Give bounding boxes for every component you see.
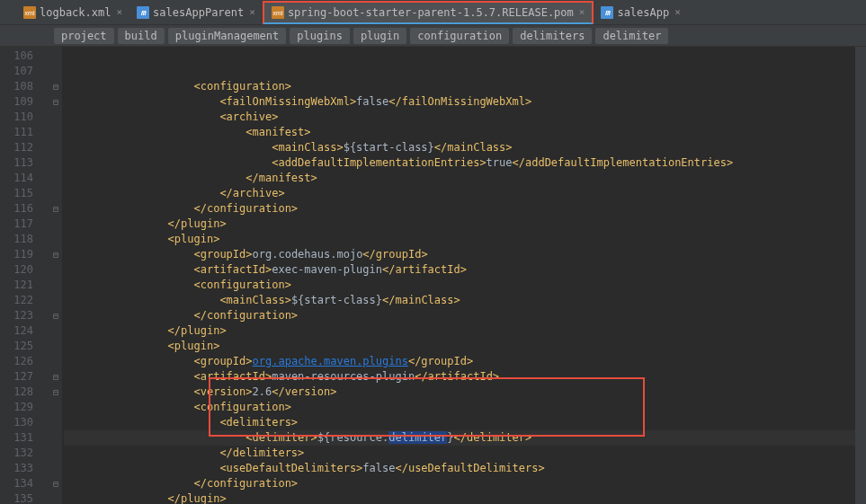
tab-label: salesAppParent bbox=[153, 6, 244, 19]
code-line[interactable]: </plugin> bbox=[64, 491, 855, 504]
code-line[interactable]: </configuration> bbox=[64, 476, 855, 491]
line-number: 129 bbox=[0, 400, 33, 415]
close-icon[interactable]: × bbox=[249, 6, 255, 18]
fold-marker[interactable] bbox=[49, 415, 62, 430]
close-icon[interactable]: × bbox=[116, 6, 122, 18]
line-number: 130 bbox=[0, 415, 33, 430]
fold-marker[interactable]: ⊟ bbox=[49, 476, 62, 491]
code-line[interactable]: <configuration> bbox=[64, 278, 855, 293]
tab-spring-boot-pom[interactable]: xml spring-boot-starter-parent-1.5.7.REL… bbox=[263, 1, 594, 24]
line-number: 116 bbox=[0, 201, 33, 217]
fold-marker[interactable] bbox=[49, 262, 62, 278]
line-number: 114 bbox=[0, 171, 33, 186]
code-line[interactable]: <artifactId>exec-maven-plugin</artifactI… bbox=[64, 262, 855, 278]
code-line[interactable]: <archive> bbox=[64, 110, 855, 125]
fold-marker[interactable] bbox=[49, 293, 62, 308]
tab-salesappparent[interactable]: m salesAppParent × bbox=[129, 1, 263, 24]
code-line[interactable]: <manifest> bbox=[64, 125, 855, 140]
code-line[interactable]: <failOnMissingWebXml>false</failOnMissin… bbox=[64, 94, 855, 110]
fold-marker[interactable] bbox=[49, 140, 62, 155]
fold-marker[interactable] bbox=[49, 64, 62, 79]
maven-file-icon: m bbox=[137, 6, 149, 19]
code-line[interactable]: <configuration> bbox=[64, 400, 855, 415]
code-line[interactable]: <configuration> bbox=[64, 79, 855, 94]
svg-text:xml: xml bbox=[272, 10, 282, 16]
fold-marker[interactable] bbox=[49, 461, 62, 476]
fold-gutter: ⊟⊟⊟⊟⊟⊟⊟⊟ bbox=[49, 47, 62, 504]
line-number: 124 bbox=[0, 323, 33, 339]
code-line[interactable]: </configuration> bbox=[64, 308, 855, 323]
tab-salesapp[interactable]: m salesApp × bbox=[594, 1, 687, 24]
fold-marker[interactable] bbox=[49, 186, 62, 201]
line-number: 134 bbox=[0, 476, 33, 491]
fold-marker[interactable]: ⊟ bbox=[49, 201, 62, 217]
fold-marker[interactable]: ⊟ bbox=[49, 247, 62, 262]
code-line[interactable]: <groupId>org.codehaus.mojo</groupId> bbox=[64, 247, 855, 262]
editor-tabs: xml logback.xml × m salesAppParent × xml… bbox=[0, 0, 866, 25]
code-line[interactable]: </manifest> bbox=[64, 171, 855, 186]
fold-marker[interactable] bbox=[49, 354, 62, 369]
crumb-build[interactable]: build bbox=[118, 28, 165, 44]
line-number-gutter: 1061071081091101111121131141151161171181… bbox=[0, 47, 49, 504]
tab-label: logback.xml bbox=[40, 6, 111, 19]
line-number: 118 bbox=[0, 232, 33, 247]
line-number: 110 bbox=[0, 110, 33, 125]
crumb-project[interactable]: project bbox=[54, 28, 114, 44]
code-line[interactable]: <delimiter>${resource.delimiter}</delimi… bbox=[64, 430, 855, 446]
fold-marker[interactable] bbox=[49, 125, 62, 140]
fold-marker[interactable] bbox=[49, 400, 62, 415]
crumb-delimiter[interactable]: delimiter bbox=[595, 28, 668, 44]
fold-marker[interactable]: ⊟ bbox=[49, 385, 62, 400]
fold-marker[interactable]: ⊟ bbox=[49, 94, 62, 110]
fold-marker[interactable] bbox=[49, 339, 62, 354]
fold-marker[interactable] bbox=[49, 110, 62, 125]
code-line[interactable]: <artifactId>maven-resources-plugin</arti… bbox=[64, 369, 855, 385]
svg-text:xml: xml bbox=[25, 10, 35, 16]
fold-marker[interactable] bbox=[49, 217, 62, 232]
code-line[interactable]: </configuration> bbox=[64, 201, 855, 217]
line-number: 135 bbox=[0, 491, 33, 504]
code-line[interactable]: </archive> bbox=[64, 186, 855, 201]
crumb-plugin[interactable]: plugin bbox=[353, 28, 406, 44]
code-line[interactable]: <version>2.6</version> bbox=[64, 385, 855, 400]
line-number: 111 bbox=[0, 125, 33, 140]
crumb-plugins[interactable]: plugins bbox=[290, 28, 350, 44]
fold-marker[interactable]: ⊟ bbox=[49, 308, 62, 323]
vertical-scrollbar[interactable] bbox=[855, 47, 866, 504]
code-line[interactable]: <mainClass>${start-class}</mainClass> bbox=[64, 293, 855, 308]
code-line[interactable]: </plugin> bbox=[64, 323, 855, 339]
line-number: 107 bbox=[0, 64, 33, 79]
code-line[interactable]: <mainClass>${start-class}</mainClass> bbox=[64, 140, 855, 155]
fold-marker[interactable] bbox=[49, 232, 62, 247]
code-editor[interactable]: 1061071081091101111121131141151161171181… bbox=[0, 47, 866, 504]
fold-marker[interactable] bbox=[49, 491, 62, 504]
crumb-pluginmanagement[interactable]: pluginManagement bbox=[168, 28, 287, 44]
fold-marker[interactable] bbox=[49, 278, 62, 293]
fold-marker[interactable] bbox=[49, 430, 62, 446]
fold-marker[interactable]: ⊟ bbox=[49, 369, 62, 385]
code-line[interactable]: <plugin> bbox=[64, 232, 855, 247]
line-number: 120 bbox=[0, 262, 33, 278]
code-line[interactable]: </plugin> bbox=[64, 217, 855, 232]
tab-logback[interactable]: xml logback.xml × bbox=[16, 1, 129, 24]
code-area[interactable]: <configuration> <failOnMissingWebXml>fal… bbox=[62, 47, 855, 504]
crumb-delimiters[interactable]: delimiters bbox=[513, 28, 592, 44]
fold-marker[interactable] bbox=[49, 446, 62, 461]
crumb-configuration[interactable]: configuration bbox=[410, 28, 509, 44]
xml-file-icon: xml bbox=[272, 6, 284, 19]
code-line[interactable]: <useDefaultDelimiters>false</useDefaultD… bbox=[64, 461, 855, 476]
fold-marker[interactable] bbox=[49, 49, 62, 64]
line-number: 126 bbox=[0, 354, 33, 369]
code-line[interactable]: <plugin> bbox=[64, 339, 855, 354]
code-line[interactable]: <delimiters> bbox=[64, 415, 855, 430]
fold-marker[interactable] bbox=[49, 323, 62, 339]
code-line[interactable]: </delimiters> bbox=[64, 446, 855, 461]
code-line[interactable]: <addDefaultImplementationEntries>true</a… bbox=[64, 155, 855, 171]
close-icon[interactable]: × bbox=[579, 6, 585, 18]
fold-marker[interactable]: ⊟ bbox=[49, 79, 62, 94]
fold-marker[interactable] bbox=[49, 155, 62, 171]
line-number: 123 bbox=[0, 308, 33, 323]
close-icon[interactable]: × bbox=[674, 6, 681, 18]
fold-marker[interactable] bbox=[49, 171, 62, 186]
code-line[interactable]: <groupId>org.apache.maven.plugins</group… bbox=[64, 354, 855, 369]
